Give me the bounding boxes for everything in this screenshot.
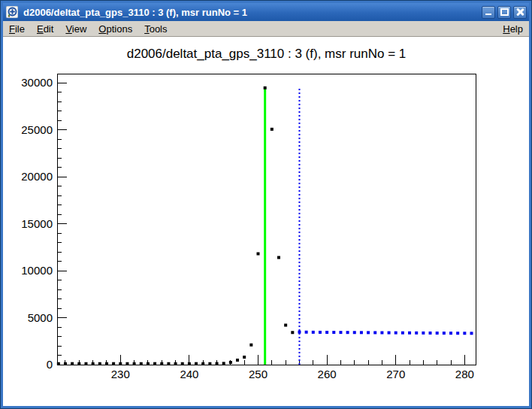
close-icon: [516, 8, 524, 16]
x-tick-label: 250: [249, 368, 268, 380]
menubar: FileEditViewOptionsTools Help: [3, 21, 529, 37]
menu-item-file[interactable]: File: [3, 22, 31, 36]
y-tick-label: 15000: [21, 217, 53, 230]
theory-fit: [298, 331, 473, 335]
y-axis: 050001000015000200002500030000: [21, 76, 67, 371]
root-canvas-window: d2006/deltat_pta_gps_3110 : 3 (f), msr r…: [0, 0, 532, 409]
y-tick-label: 20000: [21, 170, 53, 183]
window-title: d2006/deltat_pta_gps_3110 : 3 (f), msr r…: [23, 7, 477, 18]
y-tick-label: 25000: [21, 123, 53, 136]
y-tick-label: 5000: [28, 311, 53, 324]
y-tick-label: 30000: [21, 76, 53, 89]
menu-right: Help: [497, 22, 529, 36]
maximize-button[interactable]: [497, 6, 511, 19]
x-axis: 230240250260270280: [65, 355, 474, 380]
y-tick-label: 10000: [21, 264, 53, 277]
menu-item-tools[interactable]: Tools: [138, 22, 173, 36]
data-histogram: [57, 86, 294, 365]
menu-item-view[interactable]: View: [59, 22, 92, 36]
root-app-icon: [5, 5, 19, 19]
minimize-button[interactable]: [482, 6, 495, 19]
plot-frame: [57, 74, 476, 365]
plot-title: d2006/deltat_pta_gps_3110 : 3 (f), msr r…: [127, 47, 407, 61]
root-canvas[interactable]: d2006/deltat_pta_gps_3110 : 3 (f), msr r…: [3, 37, 529, 406]
close-button[interactable]: [513, 6, 527, 19]
x-tick-label: 270: [386, 368, 405, 380]
x-tick-label: 240: [180, 368, 198, 380]
minimize-icon: [485, 14, 491, 15]
menu-item-options[interactable]: Options: [92, 22, 138, 36]
menu-item-edit[interactable]: Edit: [31, 22, 59, 36]
menu-item-help[interactable]: Help: [497, 22, 529, 36]
x-tick-label: 260: [318, 368, 337, 380]
menu-left: FileEditViewOptionsTools: [3, 22, 174, 36]
x-tick-label: 280: [455, 368, 474, 380]
chart: d2006/deltat_pta_gps_3110 : 3 (f), msr r…: [3, 37, 529, 406]
x-tick-label: 230: [111, 368, 130, 380]
maximize-icon: [500, 8, 509, 16]
window-controls: [482, 6, 527, 19]
y-tick-label: 0: [47, 358, 53, 371]
titlebar[interactable]: d2006/deltat_pta_gps_3110 : 3 (f), msr r…: [3, 3, 529, 21]
